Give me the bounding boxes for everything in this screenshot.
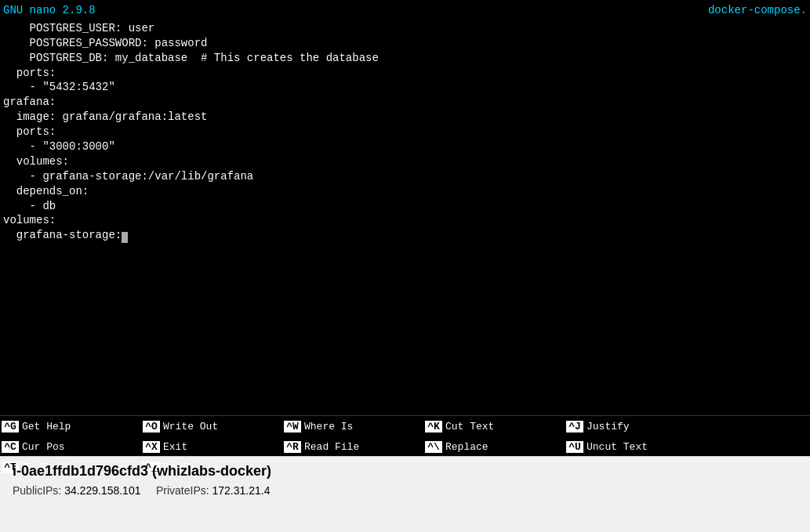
- terminal-line: POSTGRES_USER: user: [3, 21, 807, 36]
- terminal-line: POSTGRES_DB: my_database # This creates …: [3, 51, 807, 66]
- terminal-line: volumes:: [3, 213, 807, 228]
- shortcut-key: ^\: [425, 441, 442, 453]
- terminal-line: POSTGRES_PASSWORD: password: [3, 36, 807, 51]
- private-ips-value: 172.31.21.4: [212, 484, 271, 497]
- info-panel: i-0ae1ffdb1d796cfd3 (whizlabs-docker) Pu…: [0, 456, 810, 532]
- filename: docker-compose.: [708, 3, 807, 18]
- shortcut-label: Get Help: [22, 421, 71, 432]
- terminal-line: - "5432:5432": [3, 80, 807, 95]
- terminal-header: GNU nano 2.9.8 docker-compose.: [0, 3, 810, 18]
- shortcut-item[interactable]: ^RRead File: [282, 436, 423, 457]
- shortcut-key: ^J: [566, 421, 583, 432]
- terminal-line: - db: [3, 199, 807, 214]
- shortcut-item[interactable]: ^JJustify: [565, 416, 706, 436]
- shortcut-item[interactable]: ^WWhere Is: [282, 416, 423, 436]
- cursor: [122, 232, 128, 243]
- terminal-line: ports:: [3, 66, 807, 81]
- shortcut-key: ^U: [566, 441, 583, 453]
- shortcut-key: ^O: [143, 421, 160, 432]
- terminal-line: - grafana-storage:/var/lib/grafana: [3, 169, 807, 184]
- shortcut-item[interactable]: ^\Replace: [423, 436, 565, 457]
- shortcut-item[interactable]: ^GGet Help: [0, 416, 141, 436]
- shortcut-key: ^K: [425, 421, 442, 432]
- shortcut-item[interactable]: ^XExit: [141, 436, 282, 457]
- shortcut-item[interactable]: ^CCur Pos: [0, 436, 141, 457]
- terminal-line: grafana:: [3, 95, 807, 110]
- shortcut-item[interactable]: ^UUncut Text: [565, 436, 706, 457]
- shortcut-label: Where Is: [304, 421, 353, 432]
- instance-details: PublicIPs: 34.229.158.101 PrivateIPs: 17…: [13, 484, 797, 497]
- shortcut-key: ^R: [284, 441, 301, 453]
- terminal-line: depends_on:: [3, 184, 807, 199]
- shortcut-key: ^W: [284, 421, 301, 432]
- shortcut-label: Cut Text: [445, 421, 494, 432]
- instance-title: i-0ae1ffdb1d796cfd3 (whizlabs-docker): [13, 463, 797, 480]
- nano-version: GNU nano 2.9.8: [3, 3, 96, 18]
- shortcut-label: Exit: [163, 441, 187, 453]
- terminal-window: GNU nano 2.9.8 docker-compose. POSTGRES_…: [0, 0, 810, 415]
- shortcut-label: Write Out: [163, 421, 218, 432]
- shortcut-label: Justify: [587, 421, 630, 432]
- terminal-line: - "3000:3000": [3, 139, 807, 154]
- public-ips-label: PublicIPs:: [13, 484, 61, 497]
- shortcut-label: Uncut Text: [587, 441, 648, 453]
- shortcut-key: ^C: [2, 441, 19, 453]
- terminal-content[interactable]: POSTGRES_USER: user POSTGRES_PASSWORD: p…: [0, 21, 810, 243]
- shortcut-item[interactable]: ^KCut Text: [423, 416, 565, 436]
- shortcut-label: Replace: [445, 441, 489, 453]
- shortcut-item[interactable]: ^OWrite Out: [141, 416, 282, 436]
- shortcut-key: ^G: [2, 421, 19, 432]
- shortcut-bar: ^GGet Help^OWrite Out^WWhere Is^KCut Tex…: [0, 415, 810, 456]
- terminal-line: image: grafana/grafana:latest: [3, 110, 807, 125]
- shortcut-key: ^X: [143, 441, 160, 453]
- public-ips-value: 34.229.158.101: [64, 484, 140, 497]
- terminal-line: grafana-storage:: [3, 228, 807, 243]
- private-ips-label: PrivateIPs:: [156, 484, 209, 497]
- terminal-line: volumes:: [3, 154, 807, 169]
- terminal-line: ports:: [3, 125, 807, 139]
- shortcut-label: Cur Pos: [22, 441, 65, 453]
- shortcut-label: Read File: [304, 441, 359, 453]
